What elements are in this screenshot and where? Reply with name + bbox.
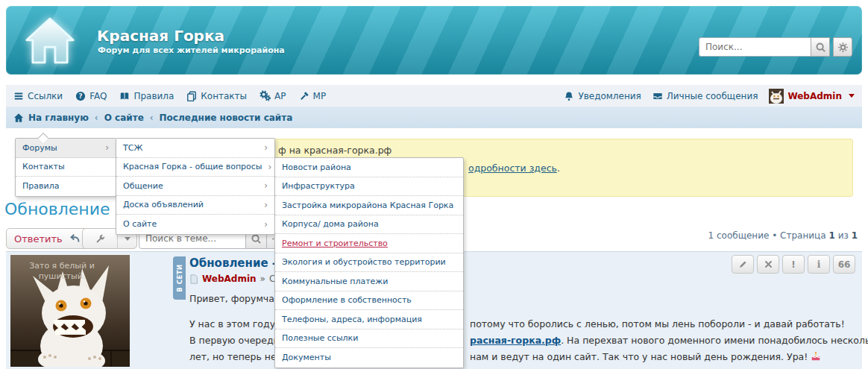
dropdown-menu-level1: Форумы › Контакты Правила xyxy=(15,138,116,197)
nav-admin-panel[interactable]: АР xyxy=(260,90,286,101)
breadcrumb-current[interactable]: Последние новости сайта xyxy=(160,113,293,123)
dropdown-menu-level3: Новости района Инфраструктура Застройка … xyxy=(274,157,464,368)
nav-private-messages[interactable]: Личные сообщения xyxy=(652,91,758,101)
breadcrumb: На главную ‹ О сайте ‹ Последние новости… xyxy=(6,107,862,128)
menu-item-communication[interactable]: Общение › xyxy=(116,177,274,196)
menu-item-documents[interactable]: Документы xyxy=(275,348,463,368)
menu-item-district-news[interactable]: Новости района xyxy=(275,158,463,177)
page-word: Страница xyxy=(780,230,826,241)
menu-item-general-questions[interactable]: Красная Горка - общие вопросы › xyxy=(116,158,274,177)
breadcrumb-separator: ‹ xyxy=(150,113,154,123)
close-icon xyxy=(764,260,773,268)
post-author-link[interactable]: WebAdmin xyxy=(202,274,257,284)
nav-link-label: Личные сообщения xyxy=(667,91,758,101)
gears-icon xyxy=(260,90,271,101)
menu-item-ecology[interactable]: Экология и обустройство территории xyxy=(275,253,463,273)
post-info-button[interactable]: i xyxy=(808,255,830,274)
menu-item-forums[interactable]: Форумы › xyxy=(16,139,116,158)
nav-rules[interactable]: Правила xyxy=(119,91,174,101)
post-body-line: лет, но теперь не б xyxy=(189,351,285,362)
wrench-icon xyxy=(95,233,106,245)
meta-separator: » xyxy=(260,274,265,284)
nav-link-label: МР xyxy=(313,91,327,101)
header-search xyxy=(699,37,852,57)
gavel-icon xyxy=(299,91,309,101)
search-icon xyxy=(815,42,826,53)
menu-item-label: ТСЖ xyxy=(123,143,142,153)
reply-button[interactable]: Ответить xyxy=(6,228,89,249)
menu-item-ownership[interactable]: Оформление в собственность xyxy=(275,291,463,311)
delete-post-button[interactable] xyxy=(757,255,779,274)
announcement-text-fragment: ф на красная-горка.рф xyxy=(278,145,391,156)
menu-item-utility-payments[interactable]: Коммунальные платежи xyxy=(275,272,463,291)
question-circle-icon: ? xyxy=(75,91,86,101)
navbar-right: Уведомления Личные сообщения WebAdmin xyxy=(564,89,855,104)
menu-item-label: Корпуса/ дома района xyxy=(282,219,379,229)
menu-item-label: Красная Горка - общие вопросы xyxy=(123,162,262,171)
reply-arrow-icon xyxy=(69,233,81,245)
menu-item-label: Контакты xyxy=(22,162,65,171)
header-banner: Красная Горка Форум для всех жителей мик… xyxy=(6,6,862,75)
breadcrumb-label: О сайте xyxy=(104,113,144,123)
menu-item-label: Инфраструктура xyxy=(282,181,355,191)
menu-item-useful-links[interactable]: Полезные ссылки xyxy=(275,329,463,349)
nav-link-label: Ссылки xyxy=(28,91,63,101)
nav-contacts[interactable]: Контакты xyxy=(186,91,247,101)
post-action-buttons: ! i 66 xyxy=(732,255,855,274)
site-url-link[interactable]: расная-горка.рф xyxy=(470,335,561,346)
message-icon xyxy=(652,91,663,101)
search-icon xyxy=(251,233,262,245)
post-body-line: расная-горка.рф. На перехват нового доме… xyxy=(470,335,868,346)
menu-item-repair-construction[interactable]: Ремонт и строительство xyxy=(275,234,463,253)
post-subject-link[interactable]: Обновление - xyxy=(189,256,277,270)
chevron-right-icon: › xyxy=(264,219,268,230)
nav-moderator-panel[interactable]: МР xyxy=(299,91,327,101)
advanced-search-button[interactable] xyxy=(833,37,852,57)
announcement-period: . xyxy=(557,163,560,174)
menu-item-label: Доска объявлений xyxy=(123,200,204,209)
online-badge: В СЕТИ xyxy=(173,256,186,300)
current-page: 1 xyxy=(828,230,834,241)
menu-item-label: Ремонт и строительство xyxy=(282,239,388,248)
edit-post-button[interactable] xyxy=(732,255,754,274)
breadcrumb-about[interactable]: О сайте xyxy=(104,113,144,123)
user-menu[interactable]: WebAdmin xyxy=(769,89,855,104)
menu-item-contacts[interactable]: Контакты xyxy=(16,158,116,177)
report-post-button[interactable]: ! xyxy=(782,255,805,274)
header-search-input[interactable] xyxy=(699,37,811,57)
user-avatar-thumb xyxy=(769,89,784,104)
quote-icon: 66 xyxy=(838,259,851,270)
nav-link-label: Контакты xyxy=(201,91,247,101)
nav-notifications[interactable]: Уведомления xyxy=(564,91,641,101)
menu-item-label: Новости района xyxy=(282,163,351,172)
gear-icon xyxy=(837,42,849,53)
menu-item-label: Правила xyxy=(22,181,59,191)
online-badge-label: В СЕТИ xyxy=(176,264,183,291)
avatar-caption: Зато я белый и пушистый. xyxy=(18,261,106,282)
post-body-line: В первую очередь л xyxy=(189,335,288,346)
search-button[interactable] xyxy=(811,37,830,57)
nav-link-label: Уведомления xyxy=(578,91,641,101)
menu-item-development[interactable]: Застройка микрорайона Красная Горка xyxy=(275,196,463,215)
menu-item-noticeboard[interactable]: Доска объявлений › xyxy=(116,196,274,215)
svg-text:?: ? xyxy=(79,92,83,100)
quote-post-button[interactable]: 66 xyxy=(833,255,855,274)
post-body-text: . На перехват нового доменного имени пон… xyxy=(561,335,868,346)
details-link[interactable]: одробности здесь xyxy=(468,163,557,174)
post-body-line: нам и ведут на один сайт. Так что у нас … xyxy=(470,351,821,362)
menu-item-about-site[interactable]: О сайте › xyxy=(116,215,274,234)
nav-faq[interactable]: ? FAQ xyxy=(75,91,107,101)
menu-item-rules[interactable]: Правила xyxy=(16,177,116,196)
breadcrumb-label: На главную xyxy=(28,113,89,123)
menu-item-infrastructure[interactable]: Инфраструктура xyxy=(275,177,463,197)
nav-links-menu[interactable]: Ссылки xyxy=(13,91,63,101)
info-icon: i xyxy=(817,259,821,270)
breadcrumb-home[interactable]: На главную xyxy=(13,113,89,123)
menu-item-tsj[interactable]: ТСЖ › xyxy=(116,139,274,158)
menu-item-phones-addresses[interactable]: Телефоны, адреса, информация xyxy=(275,310,463,329)
menu-item-buildings[interactable]: Корпуса/ дома района xyxy=(275,215,463,235)
post-body-text: нам и ведут на один сайт. Так что у нас … xyxy=(470,351,808,362)
site-title[interactable]: Красная Горка xyxy=(97,27,224,45)
site-logo-house-icon[interactable] xyxy=(22,13,78,69)
chevron-right-icon: › xyxy=(264,180,268,191)
